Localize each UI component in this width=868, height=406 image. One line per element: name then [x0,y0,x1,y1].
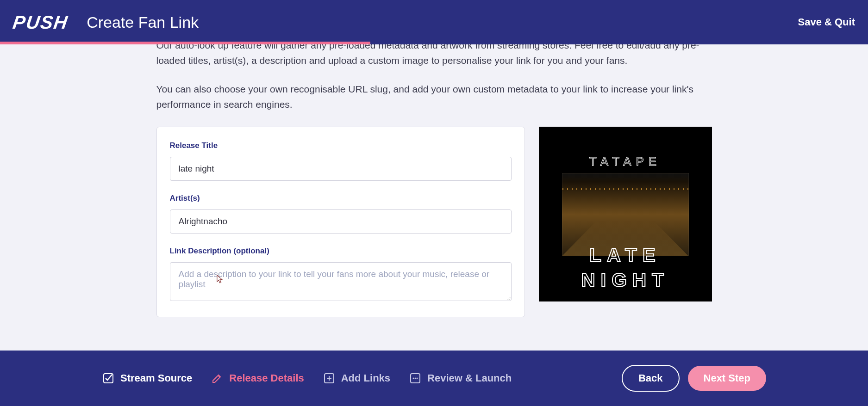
footer-actions: Back Next Step [622,365,766,392]
intro-paragraph-2: You can also choose your own recognisabl… [156,82,712,112]
preview-artist-text: TATAPE [539,154,712,169]
svg-point-4 [415,378,416,379]
preview-lights-decoration [562,188,688,190]
preview-title-line-1: LATE [539,244,712,266]
step-label: Release Details [229,372,304,384]
app-header: PUSH Create Fan Link Save & Quit [0,0,868,44]
svg-point-5 [417,378,418,379]
step-label: Stream Source [120,372,192,384]
svg-point-3 [413,378,414,379]
edit-icon [211,372,224,385]
plus-box-icon [323,372,336,385]
step-label: Add Links [341,372,390,384]
step-add-links[interactable]: Add Links [323,372,390,385]
next-step-button[interactable]: Next Step [688,366,766,391]
step-stream-source[interactable]: Stream Source [102,372,192,385]
artists-label: Artist(s) [170,194,512,203]
artists-group: Artist(s) [170,194,512,234]
more-box-icon [409,372,422,385]
back-button[interactable]: Back [622,365,680,392]
description-group: Link Description (optional) [170,246,512,303]
logo: PUSH [12,12,69,33]
step-review-launch[interactable]: Review & Launch [409,372,512,385]
page-title: Create Fan Link [87,13,199,31]
main-content: Our auto-look up feature will gather any… [0,44,868,362]
intro-text: Our auto-look up feature will gather any… [156,44,712,112]
release-details-form: Release Title Artist(s) Link Description… [156,127,525,317]
wizard-stepper: Stream Source Release Details Add Links [0,351,868,406]
release-title-group: Release Title [170,141,512,181]
release-title-label: Release Title [170,141,512,150]
step-release-details[interactable]: Release Details [211,372,304,385]
description-textarea[interactable] [170,262,512,301]
save-and-quit-button[interactable]: Save & Quit [798,16,855,28]
intro-paragraph-1: Our auto-look up feature will gather any… [156,44,712,68]
step-label: Review & Launch [427,372,512,384]
artwork-preview: TATAPE LATE NIGHT [539,127,712,301]
preview-title-line-2: NIGHT [539,269,712,291]
description-label: Link Description (optional) [170,246,512,256]
artists-input[interactable] [170,209,512,234]
release-title-input[interactable] [170,157,512,181]
checkbox-checked-icon [102,372,115,385]
preview-album-image [562,173,689,256]
